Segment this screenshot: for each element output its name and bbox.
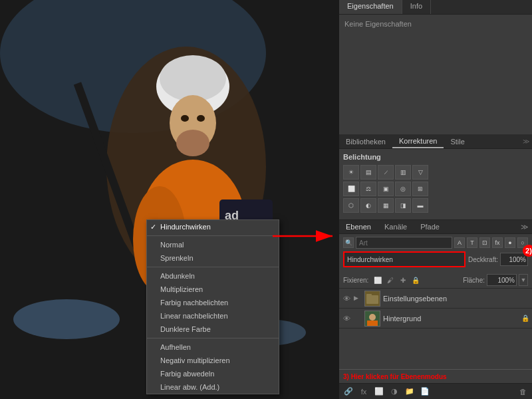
- levels-icon[interactable]: ▤: [360, 165, 376, 180]
- deckkraft-label: Deckkraft:: [468, 256, 498, 263]
- curves-icon[interactable]: ⟋: [378, 165, 394, 180]
- ebenen-tabs: Ebenen Kanäle Pfade ≫: [339, 219, 532, 234]
- layer-thumb-photo: [364, 311, 380, 327]
- menu-item-sprenkeln[interactable]: Sprenkeln: [147, 251, 279, 265]
- filter-icon-1[interactable]: A: [454, 237, 465, 248]
- tab-ebenen[interactable]: Ebenen: [339, 221, 378, 233]
- bw-icon[interactable]: ▣: [378, 182, 394, 196]
- menu-item-dunklere-farbe[interactable]: Dunklere Farbe: [147, 323, 279, 336]
- svg-point-8: [197, 115, 205, 122]
- threshold-icon[interactable]: ◨: [395, 198, 411, 213]
- add-adjustment-icon[interactable]: ◑: [388, 385, 401, 398]
- photofilter-icon[interactable]: ◎: [395, 182, 411, 196]
- korrekturen-title: Belichtung: [343, 153, 528, 161]
- photo-panel: ad Hindurchwirken Normal Sprenkeln Abdun…: [0, 0, 339, 399]
- layer-name-einstellungsebenen: Einstellungsebenen: [383, 295, 529, 303]
- mid-tabs-arrow: ≫: [523, 138, 532, 145]
- filter-icon-5[interactable]: ●: [505, 237, 515, 248]
- layer-visibility-1[interactable]: 👁: [342, 294, 351, 303]
- menu-item-hindurchwirken[interactable]: Hindurchwirken: [147, 220, 279, 233]
- add-layer-icon[interactable]: 📄: [418, 385, 432, 398]
- layer-lock-icon: 🔒: [521, 315, 529, 322]
- channelmixer-icon[interactable]: ⊞: [412, 182, 428, 196]
- tab-korrekturen[interactable]: Korrekturen: [392, 135, 444, 148]
- search-row: 🔍 A T ⊡ fx ● ○: [343, 237, 528, 249]
- menu-item-aufhellen[interactable]: Aufhellen: [147, 340, 279, 354]
- svg-point-6: [176, 130, 209, 156]
- menu-divider-3: [147, 338, 279, 338]
- tab-stile[interactable]: Stile: [444, 136, 471, 148]
- layer-row-hintergrund[interactable]: 👁 Hintergrund 🔒: [339, 309, 532, 329]
- add-style-icon[interactable]: fx: [357, 385, 370, 398]
- posterize-icon[interactable]: ▦: [378, 198, 394, 213]
- fix-icon-position[interactable]: ✚: [398, 275, 408, 285]
- filter-icon-3[interactable]: ⊡: [479, 237, 490, 248]
- add-group-icon[interactable]: 📁: [403, 385, 416, 398]
- ebenen-section: Ebenen Kanäle Pfade ≫ 🔍 A T ⊡ fx ● ○ Hi: [339, 219, 532, 399]
- vibrance-icon[interactable]: ▽: [412, 165, 428, 180]
- correction-icons-grid: ☀ ▤ ⟋ ▥ ▽ ⬜ ⚖ ▣ ◎ ⊞ ⬡ ◐ ▦ ◨ ▬: [343, 165, 528, 213]
- properties-content: Keine Eigenschaften: [339, 15, 532, 134]
- delete-layer-icon[interactable]: 🗑: [516, 385, 529, 398]
- deckkraft-section: Deckkraft: 2): [468, 253, 528, 266]
- fix-icon-all[interactable]: 🔒: [410, 275, 421, 285]
- blend-deckkraft-row: Hindurchwirken Deckkraft: 2): [343, 251, 528, 267]
- fixieren-label: Fixieren:: [343, 277, 368, 284]
- svg-point-21: [369, 314, 376, 321]
- filter-icon-2[interactable]: T: [467, 237, 477, 248]
- svg-rect-19: [366, 294, 372, 297]
- layer-visibility-2[interactable]: 👁: [342, 314, 351, 323]
- menu-item-negativ-multiplizieren[interactable]: Negativ multiplizieren: [147, 354, 279, 367]
- flaeche-row: Fläche: ▼: [463, 274, 528, 286]
- invert-icon[interactable]: ◐: [360, 198, 376, 213]
- gradient-icon[interactable]: ▬: [412, 198, 428, 213]
- exposure-icon[interactable]: ▥: [395, 165, 411, 180]
- tab-pfade[interactable]: Pfade: [414, 221, 446, 233]
- korrekturen-content: Belichtung ☀ ▤ ⟋ ▥ ▽ ⬜ ⚖ ▣ ◎ ⊞ ⬡ ◐ ▦ ◨: [339, 149, 532, 219]
- link-layers-icon[interactable]: 🔗: [342, 385, 355, 398]
- tab-bibliotheken[interactable]: Bibliotheken: [339, 136, 392, 148]
- fixieren-row: Fixieren: ⬜ 🖌 ✚ 🔒 Fläche: ▼: [339, 272, 532, 289]
- menu-item-linear-abwedeln[interactable]: Linear abw. (Add.): [147, 380, 279, 394]
- menu-divider-2: [147, 267, 279, 267]
- step-3-text: 3) Hier klicken für Ebenenmodus: [343, 373, 447, 380]
- annotation-3: 3) Hier klicken für Ebenenmodus: [339, 369, 532, 383]
- tab-eigenschaften[interactable]: Eigenschaften: [339, 0, 402, 14]
- icon-row-3: ⬡ ◐ ▦ ◨ ▬: [343, 198, 528, 213]
- menu-item-farbig-nachbelichten[interactable]: Farbig nachbelichten: [147, 296, 279, 309]
- layer-link-1: ▶: [354, 295, 362, 303]
- fix-icon-brush[interactable]: 🖌: [385, 275, 396, 285]
- menu-item-abdunkeln[interactable]: Abdunkeln: [147, 269, 279, 283]
- filter-icon-4[interactable]: fx: [492, 237, 503, 248]
- fix-icon-transparent[interactable]: ⬜: [372, 275, 383, 285]
- search-icon[interactable]: 🔍: [343, 237, 354, 248]
- icon-row-1: ☀ ▤ ⟋ ▥ ▽: [343, 165, 528, 180]
- menu-item-multiplizieren[interactable]: Multiplizieren: [147, 283, 279, 296]
- photo-thumb-icon: [365, 311, 380, 326]
- ebenen-controls: 🔍 A T ⊡ fx ● ○ Hindurchwirken Deckkraft:: [339, 234, 532, 272]
- menu-divider-1: [147, 235, 279, 236]
- search-input[interactable]: [356, 237, 452, 249]
- tab-info[interactable]: Info: [402, 0, 431, 14]
- context-menu[interactable]: Hindurchwirken Normal Sprenkeln Abdunkel…: [146, 219, 279, 394]
- svg-point-4: [160, 55, 226, 102]
- menu-item-linear-nachbelichten[interactable]: Linear nachbelichten: [147, 309, 279, 323]
- layers-toolbar: 🔗 fx ⬜ ◑ 📁 📄 🗑: [339, 383, 532, 399]
- menu-item-farbig-abwedeln[interactable]: Farbig abwedeln: [147, 367, 279, 380]
- svg-point-7: [181, 115, 189, 122]
- flaeche-label: Fläche:: [463, 277, 485, 284]
- layer-row-einstellungsebenen[interactable]: 👁 ▶ Einstellungsebenen: [339, 289, 532, 309]
- flaeche-input[interactable]: [487, 274, 517, 286]
- flaeche-arrow[interactable]: ▼: [519, 274, 528, 286]
- colorbalance-icon[interactable]: ⚖: [360, 182, 376, 196]
- blend-mode-select[interactable]: Hindurchwirken: [344, 253, 464, 266]
- tab-kanaele[interactable]: Kanäle: [378, 221, 414, 233]
- hsl-icon[interactable]: ⬜: [343, 182, 359, 196]
- menu-item-normal[interactable]: Normal: [147, 238, 279, 251]
- red-arrow-annotation: [273, 226, 339, 246]
- mid-tabs: Bibliotheken Korrekturen Stile ≫: [339, 134, 532, 149]
- add-mask-icon[interactable]: ⬜: [372, 385, 386, 398]
- colorlookup-icon[interactable]: ⬡: [343, 198, 359, 213]
- brightness-icon[interactable]: ☀: [343, 165, 359, 180]
- step-2-badge: 2): [523, 245, 532, 257]
